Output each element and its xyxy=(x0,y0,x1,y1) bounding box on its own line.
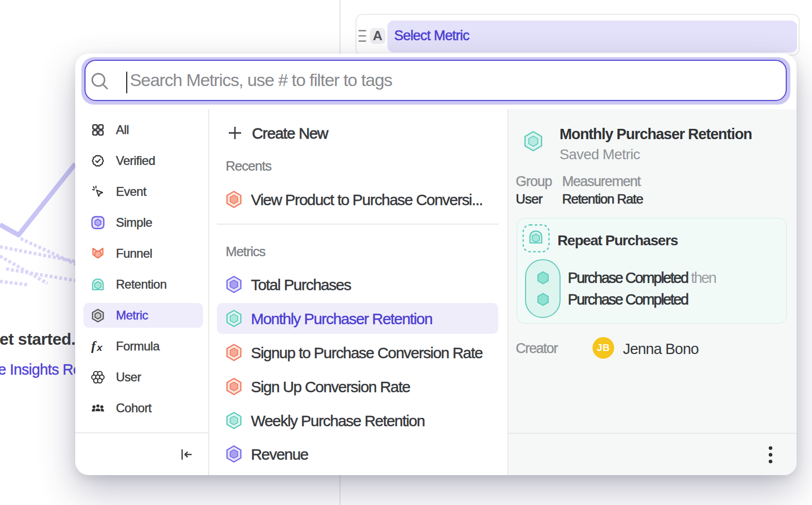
svg-text:x: x xyxy=(96,342,103,353)
svg-text:f: f xyxy=(91,340,97,353)
